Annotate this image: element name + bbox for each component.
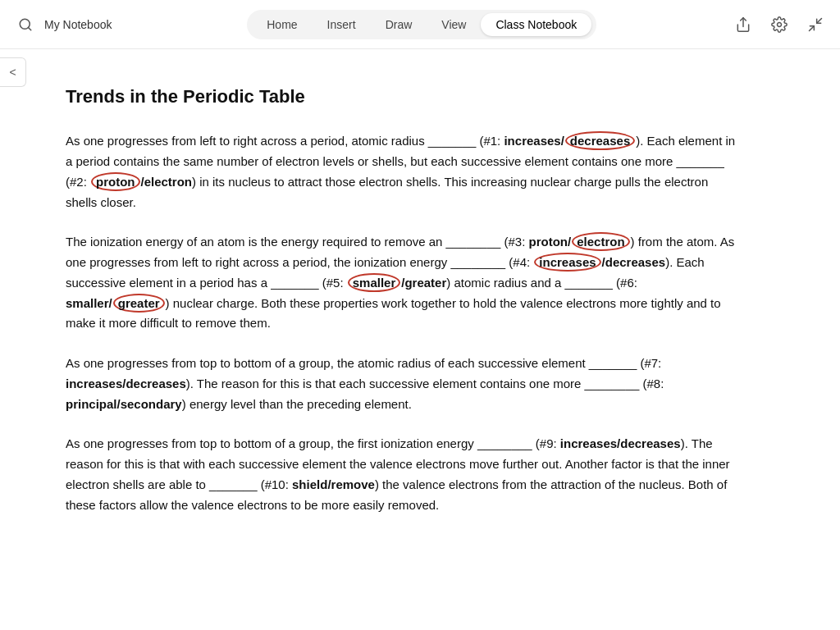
answer-3: proton/electron — [529, 235, 631, 249]
gear-icon — [771, 16, 788, 33]
answer-9: increases/decreases — [560, 436, 681, 450]
circled-increases-4: increases — [534, 253, 600, 272]
sidebar-toggle-button[interactable]: < — [0, 57, 26, 87]
right-nav — [732, 13, 827, 36]
answer-7: increases/decreases — [66, 377, 186, 390]
answer-8: principal/secondary — [66, 397, 182, 411]
nav-home[interactable]: Home — [252, 13, 312, 36]
settings-button[interactable] — [768, 13, 791, 36]
nav-draw[interactable]: Draw — [371, 13, 427, 36]
circled-greater-6: greater — [113, 294, 165, 313]
answer-1: increases/decreases — [504, 134, 636, 148]
center-navigation: Home Insert Draw View Class Notebook — [247, 10, 596, 39]
collapse-button[interactable] — [804, 13, 827, 36]
search-button[interactable] — [13, 12, 38, 37]
share-button[interactable] — [732, 13, 755, 36]
answer-10: shield/remove — [292, 477, 375, 491]
left-nav: My Notebook — [13, 12, 112, 37]
nav-view[interactable]: View — [427, 13, 481, 36]
paragraph-1: As one progresses from left to right acr… — [66, 131, 738, 212]
answer-5: smaller/greater — [347, 276, 447, 290]
paragraph-3: As one progresses from top to bottom of … — [66, 354, 738, 414]
chevron-left-icon: < — [9, 66, 16, 79]
circled-smaller-5: smaller — [348, 273, 401, 292]
my-notebook-link[interactable]: My Notebook — [44, 18, 112, 31]
collapse-icon — [807, 16, 824, 33]
share-icon — [735, 16, 751, 33]
svg-line-1 — [28, 27, 30, 30]
top-navigation-bar: My Notebook Home Insert Draw View Class … — [0, 0, 840, 49]
svg-point-3 — [777, 22, 781, 26]
svg-line-5 — [817, 18, 822, 23]
paragraph-4: As one progresses from top to bottom of … — [66, 434, 738, 515]
search-icon — [18, 17, 33, 32]
svg-line-4 — [809, 25, 814, 30]
nav-insert[interactable]: Insert — [313, 13, 371, 36]
paragraph-2: The ionization energy of an atom is the … — [66, 232, 738, 334]
circled-decreases-1: decreases — [565, 131, 635, 150]
document-content: Trends in the Periodic Table As one prog… — [0, 49, 840, 630]
circled-electron-3: electron — [572, 232, 629, 251]
document-title: Trends in the Periodic Table — [66, 82, 791, 112]
circled-proton-2: proton — [91, 172, 139, 191]
nav-class-notebook[interactable]: Class Notebook — [481, 13, 591, 36]
answer-2: proton/electron — [90, 175, 192, 189]
answer-6: smaller/greater — [66, 296, 166, 310]
answer-4: increases/decreases — [533, 255, 665, 269]
